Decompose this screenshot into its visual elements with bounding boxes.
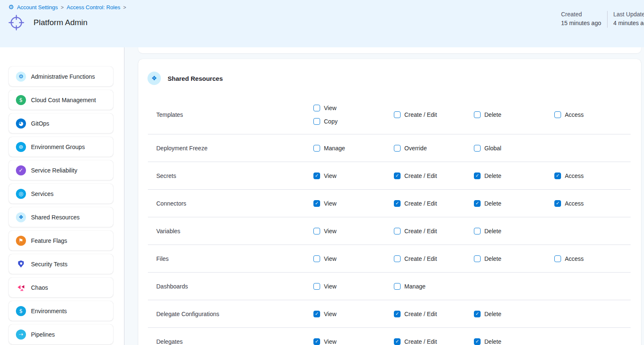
permission-option-manage[interactable]: Manage: [394, 283, 474, 290]
sidebar-list: ⚙Administrative Functions$Cloud Cost Man…: [9, 67, 124, 344]
permission-option-access[interactable]: Access: [554, 111, 641, 118]
checkbox-unchecked[interactable]: [313, 118, 320, 125]
checkbox-checked[interactable]: ✓: [313, 172, 320, 179]
breadcrumb-link-access-control-roles[interactable]: Access Control: Roles: [67, 4, 120, 10]
checkbox-checked[interactable]: ✓: [474, 311, 481, 317]
sidebar-item-administrative-functions[interactable]: ⚙Administrative Functions: [9, 67, 113, 86]
permission-label: Create / Edit: [404, 311, 437, 317]
permission-option-view[interactable]: View: [313, 255, 394, 262]
permission-option-view[interactable]: View: [313, 105, 394, 111]
table-row: Deployment FreezeManageOverrideGlobal: [138, 134, 641, 162]
breadcrumb-link-account-settings[interactable]: Account Settings: [17, 4, 58, 10]
checkbox-unchecked[interactable]: [554, 255, 561, 262]
permission-option-delete[interactable]: Delete: [474, 228, 554, 234]
services-icon: ◎: [16, 189, 26, 199]
checkbox-checked[interactable]: ✓: [474, 338, 481, 345]
permission-option-override[interactable]: Override: [394, 145, 474, 152]
permission-option-access[interactable]: Access: [554, 255, 641, 262]
sidebar-item-pipelines[interactable]: ⇢Pipelines: [9, 324, 113, 344]
permission-option-delete[interactable]: ✓Delete: [474, 172, 554, 179]
sidebar-item-service-reliability[interactable]: ✓Service Reliability: [9, 160, 113, 180]
permission-label: Delete: [484, 311, 501, 317]
sidebar-item-gitops[interactable]: ◕GitOps: [9, 113, 113, 133]
checkbox-checked[interactable]: ✓: [394, 200, 401, 207]
checkbox-unchecked[interactable]: [394, 228, 401, 234]
checkbox-unchecked[interactable]: [313, 228, 320, 234]
table-row: DashboardsViewManage: [138, 273, 641, 300]
checkbox-checked[interactable]: ✓: [313, 311, 320, 317]
permission-option-create-edit[interactable]: Create / Edit: [394, 111, 474, 118]
permission-option-create-edit[interactable]: Create / Edit: [394, 255, 474, 262]
permission-option-access[interactable]: ✓Access: [554, 200, 641, 207]
checkbox-checked[interactable]: ✓: [474, 200, 481, 207]
checkbox-unchecked[interactable]: [474, 145, 481, 152]
permission-option-global[interactable]: Global: [474, 145, 554, 152]
checkbox-checked[interactable]: ✓: [394, 338, 401, 345]
page-header: ⚙ Account Settings > Access Control: Rol…: [0, 0, 644, 47]
checkbox-unchecked[interactable]: [474, 111, 481, 118]
checkbox-unchecked[interactable]: [394, 283, 401, 290]
sidebar-item-feature-flags[interactable]: ⚑Feature Flags: [9, 231, 113, 250]
permission-option-delete[interactable]: ✓Delete: [474, 200, 554, 207]
permission-option-view[interactable]: ✓View: [313, 338, 394, 345]
permission-option-delete[interactable]: ✓Delete: [474, 311, 554, 317]
checkbox-unchecked[interactable]: [394, 255, 401, 262]
permission-option-delete[interactable]: Delete: [474, 111, 554, 118]
permission-option-create-edit[interactable]: Create / Edit: [394, 228, 474, 234]
sidebar-item-services[interactable]: ◎Services: [9, 184, 113, 203]
checkbox-unchecked[interactable]: [474, 228, 481, 234]
permission-option-access[interactable]: ✓Access: [554, 172, 641, 179]
checkbox-checked[interactable]: ✓: [474, 172, 481, 179]
permission-option-view[interactable]: ✓View: [313, 200, 394, 207]
resource-categories-sidebar: ⚙Administrative Functions$Cloud Cost Man…: [0, 47, 124, 345]
sidebar-item-environments[interactable]: $Environments: [9, 301, 113, 321]
permission-option-create-edit[interactable]: ✓Create / Edit: [394, 311, 474, 317]
permission-option-view[interactable]: ✓View: [313, 172, 394, 179]
last-updated-value: 4 minutes ago: [613, 20, 644, 26]
checkbox-unchecked[interactable]: [313, 105, 320, 111]
permission-option-view[interactable]: View: [313, 228, 394, 234]
checkbox-unchecked[interactable]: [313, 283, 320, 290]
checkbox-checked[interactable]: ✓: [313, 200, 320, 207]
checkbox-unchecked[interactable]: [313, 145, 320, 152]
sidebar-item-label: Service Reliability: [31, 167, 77, 174]
permission-option-delete[interactable]: ✓Delete: [474, 338, 554, 345]
permission-option-view[interactable]: ✓View: [313, 311, 394, 317]
checkbox-checked[interactable]: ✓: [313, 338, 320, 345]
table-row: VariablesViewCreate / EditDelete: [138, 217, 641, 245]
permission-option-delete[interactable]: Delete: [474, 255, 554, 262]
created-value: 15 minutes ago: [561, 20, 601, 26]
breadcrumb: ⚙ Account Settings > Access Control: Rol…: [0, 0, 644, 10]
permission-option-manage[interactable]: Manage: [313, 145, 394, 152]
sidebar-item-security-tests[interactable]: Security Tests: [9, 254, 113, 274]
sidebar-item-chaos[interactable]: Chaos: [9, 278, 113, 297]
permission-option-view[interactable]: View: [313, 283, 394, 290]
sidebar-item-cloud-cost-management[interactable]: $Cloud Cost Management: [9, 90, 113, 110]
sidebar-item-shared-resources[interactable]: ❖Shared Resources: [9, 207, 113, 227]
checkbox-unchecked[interactable]: [313, 255, 320, 262]
breadcrumb-separator: >: [61, 5, 64, 10]
permission-label: Access: [565, 172, 584, 179]
checkbox-checked[interactable]: ✓: [394, 311, 401, 317]
permission-option-create-edit[interactable]: ✓Create / Edit: [394, 172, 474, 179]
checkbox-unchecked[interactable]: [394, 145, 401, 152]
permission-label: Create / Edit: [404, 338, 437, 345]
checkbox-unchecked[interactable]: [554, 111, 561, 118]
permission-cell: ✓View: [313, 311, 394, 317]
permission-cell: ✓Delete: [474, 172, 554, 179]
permission-cell: Manage: [313, 145, 394, 152]
checkbox-checked[interactable]: ✓: [554, 172, 561, 179]
environments-icon: $: [16, 306, 26, 316]
permission-label: View: [324, 228, 336, 234]
checkbox-checked[interactable]: ✓: [394, 172, 401, 179]
sidebar-item-environment-groups[interactable]: ⊚Environment Groups: [9, 137, 113, 157]
permission-option-create-edit[interactable]: ✓Create / Edit: [394, 338, 474, 345]
checkbox-unchecked[interactable]: [394, 111, 401, 118]
permission-option-create-edit[interactable]: ✓Create / Edit: [394, 200, 474, 207]
checkbox-unchecked[interactable]: [474, 255, 481, 262]
checkbox-checked[interactable]: ✓: [554, 200, 561, 207]
cloud-cost-management-icon: $: [16, 95, 26, 105]
sidebar-item-label: Services: [31, 191, 54, 197]
permission-option-copy[interactable]: Copy: [313, 118, 394, 125]
created-label: Created: [561, 11, 601, 18]
